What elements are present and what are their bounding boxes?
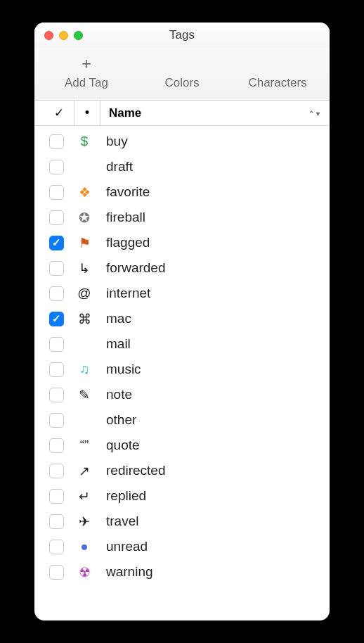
add-tag-button[interactable]: ＋ Add Tag	[48, 53, 125, 90]
table-row[interactable]: mail	[41, 331, 323, 357]
row-check-cell	[41, 236, 71, 250]
row-check-cell	[41, 489, 71, 504]
characters-button[interactable]: Characters	[239, 53, 316, 90]
row-checkbox[interactable]	[49, 464, 64, 478]
tag-name: quote	[98, 438, 323, 453]
traffic-lights	[44, 31, 83, 40]
table-row[interactable]: ⌘mac	[41, 306, 323, 331]
row-checkbox[interactable]	[49, 540, 64, 554]
row-check-cell	[41, 185, 71, 200]
row-check-cell	[41, 362, 71, 377]
tag-icon	[71, 407, 98, 433]
row-checkbox[interactable]	[49, 514, 64, 529]
row-check-cell	[41, 413, 71, 428]
row-checkbox[interactable]	[49, 438, 64, 453]
tags-table[interactable]: $buydraft❖favorite✪fireball⚑flagged↳forw…	[34, 126, 330, 620]
row-checkbox[interactable]	[49, 286, 64, 301]
table-row[interactable]: ↵replied	[41, 483, 323, 509]
table-row[interactable]: draft	[41, 154, 323, 179]
row-check-cell	[41, 464, 71, 478]
tag-name: fireball	[98, 210, 323, 225]
table-row[interactable]: ✈travel	[41, 509, 323, 534]
table-row[interactable]: ↳forwarded	[41, 255, 323, 281]
row-checkbox[interactable]	[49, 185, 64, 200]
close-icon[interactable]	[44, 31, 53, 40]
tag-name: buy	[98, 134, 323, 149]
row-checkbox[interactable]	[49, 261, 64, 276]
tag-icon: “”	[71, 433, 98, 458]
tag-name: forwarded	[98, 260, 323, 276]
table-row[interactable]: ●unread	[41, 534, 323, 559]
plus-icon: ＋	[79, 53, 94, 73]
table-row[interactable]: “”quote	[41, 433, 323, 458]
table-row[interactable]: ✪fireball	[41, 205, 323, 230]
row-checkbox[interactable]	[49, 236, 64, 250]
tag-icon: ↳	[71, 255, 98, 281]
table-row[interactable]: ♫music	[41, 357, 323, 382]
tag-name: redirected	[98, 463, 323, 478]
tag-name: mail	[98, 336, 323, 352]
tag-icon	[71, 331, 98, 357]
table-row[interactable]: ⚑flagged	[41, 230, 323, 255]
table-row[interactable]: other	[41, 407, 323, 433]
row-check-cell	[41, 337, 71, 352]
row-checkbox[interactable]	[49, 565, 64, 580]
tag-name: flagged	[98, 235, 323, 250]
zoom-icon[interactable]	[74, 31, 83, 40]
row-checkbox[interactable]	[49, 413, 64, 428]
row-checkbox[interactable]	[49, 489, 64, 504]
row-check-cell	[41, 210, 71, 225]
row-checkbox[interactable]	[49, 337, 64, 352]
tag-name: note	[98, 387, 323, 402]
table-row[interactable]: ❖favorite	[41, 179, 323, 205]
tag-icon: ✎	[71, 382, 98, 407]
tag-icon: ♫	[71, 357, 98, 382]
tag-name: travel	[98, 514, 323, 529]
tag-icon: ⌘	[71, 306, 98, 331]
row-check-cell	[41, 565, 71, 580]
row-check-cell	[41, 540, 71, 554]
row-checkbox[interactable]	[49, 312, 64, 326]
row-checkbox[interactable]	[49, 388, 64, 402]
row-checkbox[interactable]	[49, 134, 64, 149]
tag-name: unread	[98, 539, 323, 554]
table-row[interactable]: ✎note	[41, 382, 323, 407]
tag-icon: ❖	[71, 179, 98, 205]
row-check-cell	[41, 286, 71, 301]
row-checkbox[interactable]	[49, 362, 64, 377]
column-icon[interactable]: •	[74, 101, 100, 125]
toolbar: ＋ Add Tag Colors	[34, 48, 330, 101]
table-row[interactable]: @internet	[41, 281, 323, 306]
table-header: ✓ • Name ⌃ ▾	[34, 101, 330, 126]
column-checked[interactable]: ✓	[44, 106, 74, 120]
characters-label: Characters	[248, 76, 306, 90]
tag-name: other	[98, 412, 323, 428]
table-row[interactable]: ☢warning	[41, 559, 323, 585]
row-checkbox[interactable]	[49, 210, 64, 225]
tag-icon: ●	[71, 534, 98, 559]
tag-name: draft	[98, 159, 323, 174]
tag-icon: ✪	[71, 205, 98, 230]
tag-icon: ☢	[71, 559, 98, 585]
table-row[interactable]: $buy	[41, 129, 323, 154]
row-check-cell	[41, 160, 71, 174]
row-check-cell	[41, 438, 71, 453]
tag-name: music	[98, 362, 323, 377]
row-check-cell	[41, 312, 71, 326]
sort-indicator-icon: ⌃ ▾	[308, 109, 320, 117]
tag-name: warning	[98, 564, 323, 580]
table-row[interactable]: ↗redirected	[41, 458, 323, 483]
tag-icon: ⚑	[71, 230, 98, 255]
colors-button[interactable]: Colors	[143, 53, 221, 90]
tags-window: Tags ＋ Add Tag Colors	[34, 23, 330, 620]
tag-icon: ✈	[71, 509, 98, 534]
column-name[interactable]: Name ⌃ ▾	[100, 106, 324, 120]
row-checkbox[interactable]	[49, 160, 64, 174]
row-check-cell	[41, 388, 71, 402]
tag-icon: ↵	[71, 483, 98, 509]
tag-icon	[71, 154, 98, 179]
minimize-icon[interactable]	[59, 31, 68, 40]
tag-name: favorite	[98, 184, 323, 200]
tag-icon: @	[71, 281, 98, 306]
tag-name: mac	[98, 311, 323, 326]
